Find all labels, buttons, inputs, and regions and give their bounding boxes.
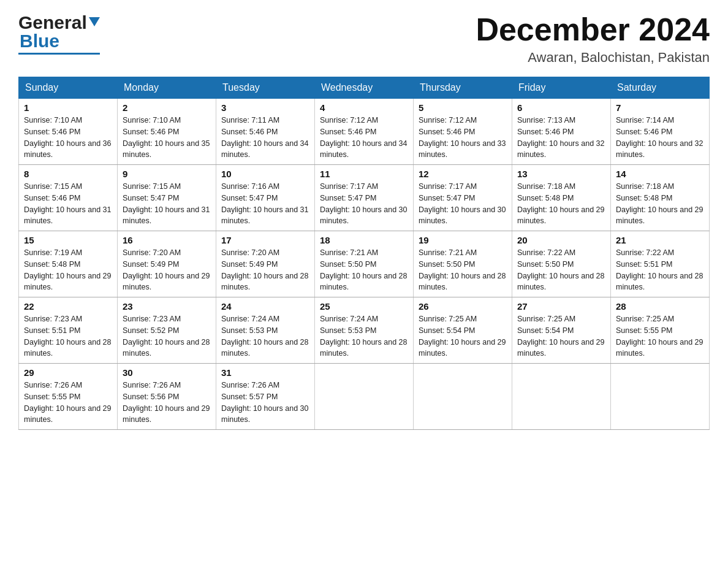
calendar-cell: 3Sunrise: 7:11 AMSunset: 5:46 PMDaylight… (216, 99, 315, 165)
day-info: Sunrise: 7:26 AMSunset: 5:57 PMDaylight:… (221, 380, 309, 426)
calendar-cell: 9Sunrise: 7:15 AMSunset: 5:47 PMDaylight… (118, 165, 216, 231)
day-number: 28 (616, 301, 704, 312)
day-number: 25 (320, 301, 408, 312)
calendar-cell: 10Sunrise: 7:16 AMSunset: 5:47 PMDayligh… (216, 165, 315, 231)
day-number: 15 (24, 235, 112, 245)
day-number: 29 (24, 367, 112, 378)
day-number: 20 (517, 235, 605, 245)
day-info: Sunrise: 7:24 AMSunset: 5:53 PMDaylight:… (320, 313, 408, 359)
day-info: Sunrise: 7:23 AMSunset: 5:52 PMDaylight:… (123, 313, 211, 359)
day-number: 17 (221, 235, 309, 245)
day-info: Sunrise: 7:22 AMSunset: 5:51 PMDaylight:… (616, 247, 704, 293)
day-info: Sunrise: 7:16 AMSunset: 5:47 PMDaylight:… (221, 181, 309, 227)
day-number: 13 (517, 169, 605, 179)
weekday-header-sunday: Sunday (19, 77, 118, 99)
day-info: Sunrise: 7:18 AMSunset: 5:48 PMDaylight:… (616, 181, 704, 227)
logo-blue-text: Blue (20, 31, 59, 52)
weekday-header-saturday: Saturday (611, 77, 710, 99)
calendar-cell: 25Sunrise: 7:24 AMSunset: 5:53 PMDayligh… (315, 297, 414, 364)
day-info: Sunrise: 7:21 AMSunset: 5:50 PMDaylight:… (320, 247, 408, 293)
day-number: 21 (616, 235, 704, 245)
day-number: 4 (320, 102, 408, 113)
calendar-week-5: 29Sunrise: 7:26 AMSunset: 5:55 PMDayligh… (19, 364, 710, 430)
day-number: 10 (221, 169, 309, 179)
calendar-cell: 7Sunrise: 7:14 AMSunset: 5:46 PMDaylight… (611, 99, 710, 165)
calendar-table: SundayMondayTuesdayWednesdayThursdayFrid… (18, 77, 710, 430)
calendar-cell: 8Sunrise: 7:15 AMSunset: 5:46 PMDaylight… (19, 165, 118, 231)
title-area: December 2024 Awaran, Balochistan, Pakis… (476, 12, 710, 66)
day-info: Sunrise: 7:26 AMSunset: 5:55 PMDaylight:… (24, 380, 112, 426)
day-number: 18 (320, 235, 408, 245)
day-number: 19 (419, 235, 507, 245)
day-info: Sunrise: 7:24 AMSunset: 5:53 PMDaylight:… (221, 313, 309, 359)
weekday-header-wednesday: Wednesday (315, 77, 414, 99)
calendar-cell: 17Sunrise: 7:20 AMSunset: 5:49 PMDayligh… (216, 231, 315, 297)
day-info: Sunrise: 7:25 AMSunset: 5:54 PMDaylight:… (419, 313, 507, 359)
day-info: Sunrise: 7:18 AMSunset: 5:48 PMDaylight:… (517, 181, 605, 227)
calendar-cell: 1Sunrise: 7:10 AMSunset: 5:46 PMDaylight… (19, 99, 118, 165)
calendar-cell: 18Sunrise: 7:21 AMSunset: 5:50 PMDayligh… (315, 231, 414, 297)
calendar-cell: 26Sunrise: 7:25 AMSunset: 5:54 PMDayligh… (414, 297, 512, 364)
calendar-cell: 16Sunrise: 7:20 AMSunset: 5:49 PMDayligh… (118, 231, 216, 297)
day-info: Sunrise: 7:10 AMSunset: 5:46 PMDaylight:… (123, 115, 211, 161)
day-number: 31 (221, 367, 309, 378)
calendar-cell: 14Sunrise: 7:18 AMSunset: 5:48 PMDayligh… (611, 165, 710, 231)
calendar-cell: 15Sunrise: 7:19 AMSunset: 5:48 PMDayligh… (19, 231, 118, 297)
calendar-cell: 29Sunrise: 7:26 AMSunset: 5:55 PMDayligh… (19, 364, 118, 430)
day-number: 14 (616, 169, 704, 179)
calendar-cell (611, 364, 710, 430)
day-number: 5 (419, 102, 507, 113)
calendar-cell: 5Sunrise: 7:12 AMSunset: 5:46 PMDaylight… (414, 99, 512, 165)
day-number: 6 (517, 102, 605, 113)
logo-general-text: General (18, 12, 87, 33)
weekday-header-monday: Monday (118, 77, 216, 99)
calendar-cell: 28Sunrise: 7:25 AMSunset: 5:55 PMDayligh… (611, 297, 710, 364)
day-number: 11 (320, 169, 408, 179)
calendar-cell: 2Sunrise: 7:10 AMSunset: 5:46 PMDaylight… (118, 99, 216, 165)
day-info: Sunrise: 7:20 AMSunset: 5:49 PMDaylight:… (221, 247, 309, 293)
calendar-cell: 31Sunrise: 7:26 AMSunset: 5:57 PMDayligh… (216, 364, 315, 430)
day-info: Sunrise: 7:22 AMSunset: 5:50 PMDaylight:… (517, 247, 605, 293)
calendar-cell: 13Sunrise: 7:18 AMSunset: 5:48 PMDayligh… (512, 165, 611, 231)
calendar-cell: 27Sunrise: 7:25 AMSunset: 5:54 PMDayligh… (512, 297, 611, 364)
calendar-week-3: 15Sunrise: 7:19 AMSunset: 5:48 PMDayligh… (19, 231, 710, 297)
calendar-cell (512, 364, 611, 430)
logo-triangle-icon (89, 17, 100, 26)
day-info: Sunrise: 7:19 AMSunset: 5:48 PMDaylight:… (24, 247, 112, 293)
calendar-cell: 11Sunrise: 7:17 AMSunset: 5:47 PMDayligh… (315, 165, 414, 231)
logo: General Blue (18, 12, 100, 55)
calendar-week-2: 8Sunrise: 7:15 AMSunset: 5:46 PMDaylight… (19, 165, 710, 231)
day-info: Sunrise: 7:17 AMSunset: 5:47 PMDaylight:… (320, 181, 408, 227)
day-number: 1 (24, 102, 112, 113)
calendar-week-4: 22Sunrise: 7:23 AMSunset: 5:51 PMDayligh… (19, 297, 710, 364)
day-number: 8 (24, 169, 112, 179)
day-number: 3 (221, 102, 309, 113)
calendar-cell: 24Sunrise: 7:24 AMSunset: 5:53 PMDayligh… (216, 297, 315, 364)
calendar-cell: 19Sunrise: 7:21 AMSunset: 5:50 PMDayligh… (414, 231, 512, 297)
logo-underline (18, 53, 100, 55)
day-info: Sunrise: 7:15 AMSunset: 5:47 PMDaylight:… (123, 181, 211, 227)
day-number: 26 (419, 301, 507, 312)
day-info: Sunrise: 7:15 AMSunset: 5:46 PMDaylight:… (24, 181, 112, 227)
calendar-cell: 21Sunrise: 7:22 AMSunset: 5:51 PMDayligh… (611, 231, 710, 297)
day-info: Sunrise: 7:11 AMSunset: 5:46 PMDaylight:… (221, 115, 309, 161)
day-number: 9 (123, 169, 211, 179)
weekday-header-row: SundayMondayTuesdayWednesdayThursdayFrid… (19, 77, 710, 99)
day-info: Sunrise: 7:12 AMSunset: 5:46 PMDaylight:… (419, 115, 507, 161)
day-info: Sunrise: 7:14 AMSunset: 5:46 PMDaylight:… (616, 115, 704, 161)
day-info: Sunrise: 7:17 AMSunset: 5:47 PMDaylight:… (419, 181, 507, 227)
calendar-cell: 6Sunrise: 7:13 AMSunset: 5:46 PMDaylight… (512, 99, 611, 165)
day-number: 23 (123, 301, 211, 312)
day-number: 22 (24, 301, 112, 312)
day-number: 27 (517, 301, 605, 312)
day-info: Sunrise: 7:23 AMSunset: 5:51 PMDaylight:… (24, 313, 112, 359)
day-number: 24 (221, 301, 309, 312)
day-info: Sunrise: 7:13 AMSunset: 5:46 PMDaylight:… (517, 115, 605, 161)
day-info: Sunrise: 7:26 AMSunset: 5:56 PMDaylight:… (123, 380, 211, 426)
calendar-cell (414, 364, 512, 430)
day-number: 7 (616, 102, 704, 113)
day-number: 30 (123, 367, 211, 378)
day-info: Sunrise: 7:25 AMSunset: 5:54 PMDaylight:… (517, 313, 605, 359)
day-number: 2 (123, 102, 211, 113)
day-info: Sunrise: 7:20 AMSunset: 5:49 PMDaylight:… (123, 247, 211, 293)
